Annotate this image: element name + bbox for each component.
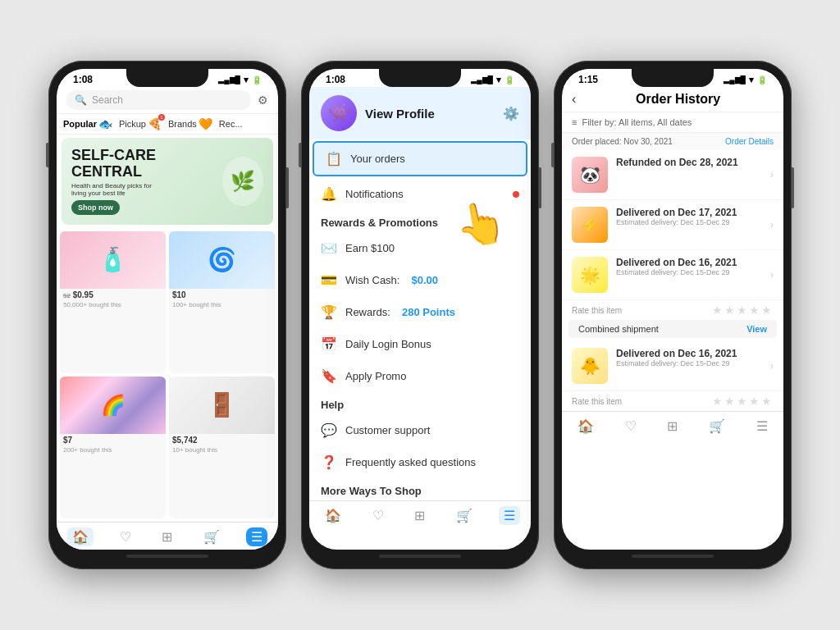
- phone-1: 1:08 ▂▄▆█ ▾ 🔋 🔍 Search ⚙ Popular: [48, 61, 286, 569]
- nav-grid-2[interactable]: ⊞: [409, 506, 430, 525]
- daily-login-label: Daily Login Bonus: [345, 338, 431, 350]
- wishcash-item[interactable]: 💳 Wish Cash: $0.00: [309, 264, 531, 296]
- customer-support-label: Customer support: [345, 424, 430, 436]
- filter-bar[interactable]: ≡ Filter by: All items, All dates: [562, 112, 783, 133]
- more-ways-title: More Ways To Shop: [309, 478, 531, 500]
- nav-menu-2[interactable]: ☰: [499, 506, 520, 525]
- battery-icon-3: 🔋: [757, 75, 767, 84]
- battery-icon-1: 🔋: [252, 75, 262, 84]
- home-icon-3: 🏠: [578, 418, 594, 434]
- chevron-1: ›: [770, 169, 774, 180]
- nav-cart-2[interactable]: 🛒: [451, 506, 477, 525]
- cat-rec[interactable]: Rec...: [219, 119, 243, 129]
- order-history-header: ‹ Order History: [562, 87, 783, 112]
- cat-popular[interactable]: Popular 🐟: [63, 117, 112, 130]
- time-1: 1:08: [73, 74, 93, 85]
- orders-icon: 📋: [326, 151, 342, 167]
- order-details-link[interactable]: Order Details: [725, 137, 774, 146]
- product-1[interactable]: 🧴 $2 $0.95 50,000+ bought this: [60, 231, 166, 373]
- earn-item[interactable]: ✉️ Earn $100: [309, 232, 531, 264]
- filter-icon-3: ≡: [572, 117, 577, 127]
- order-est-3: Estimated delivery: Dec 15-Dec 29: [616, 268, 762, 276]
- nav-home-1[interactable]: 🏠: [67, 527, 94, 546]
- order-placed-text: Order placed: Nov 30, 2021: [572, 137, 673, 146]
- nav-menu-3[interactable]: ☰: [751, 417, 773, 436]
- help-title: Help: [309, 392, 531, 414]
- cart-icon-1: 🛒: [203, 529, 220, 545]
- order-item-4[interactable]: 🐥 Delivered on Dec 16, 2021 Estimated de…: [562, 341, 783, 391]
- orders-label: Your orders: [350, 153, 405, 165]
- profile-name: View Profile: [365, 107, 435, 121]
- menu-icon-2: ☰: [504, 508, 515, 523]
- search-nav: 🔍 Search ⚙: [57, 87, 278, 114]
- mail-icon: ✉️: [321, 240, 337, 256]
- cat-brands[interactable]: Brands 🧡: [168, 117, 212, 130]
- profile-header[interactable]: 👾 View Profile ⚙️: [309, 87, 531, 139]
- notifications-item[interactable]: 🔔 Notifications: [309, 178, 531, 210]
- nav-heart-3[interactable]: ♡: [620, 417, 641, 436]
- phone-2-screen: 1:08 ▂▄▆█ ▾ 🔋 👾 View Profile ⚙️ 📋: [309, 69, 531, 550]
- filter-text: Filter by: All items, All dates: [582, 117, 692, 127]
- avatar-emoji: 👾: [328, 103, 350, 124]
- wifi-icon-2: ▾: [496, 75, 501, 85]
- rate-label-1: Rate this item: [572, 306, 622, 315]
- search-bar[interactable]: 🔍 Search: [66, 90, 251, 110]
- order-date-bar: Order placed: Nov 30, 2021 Order Details: [562, 133, 783, 150]
- bottom-nav-3: 🏠 ♡ ⊞ 🛒 ☰: [562, 411, 783, 439]
- time-3: 1:15: [578, 74, 598, 85]
- stars-2[interactable]: ★★★★★: [712, 395, 774, 408]
- heart-icon-2: ♡: [372, 508, 384, 523]
- product-4-price: $5,742: [169, 434, 275, 446]
- nav-wishlist-1[interactable]: ♡: [115, 527, 136, 546]
- product-2[interactable]: 🌀 $10 100+ bought this: [169, 231, 275, 373]
- status-icons-3: ▂▄▆█ ▾ 🔋: [724, 75, 767, 85]
- stars-1[interactable]: ★★★★★: [712, 304, 774, 317]
- back-arrow[interactable]: ‹: [572, 92, 576, 107]
- nav-heart-2[interactable]: ♡: [368, 506, 389, 525]
- cat-pickup[interactable]: Pickup 1🍕: [119, 117, 162, 130]
- cashcard-icon: 💳: [321, 272, 337, 288]
- grid-icon-1: ⊞: [162, 529, 172, 545]
- order-status-3: Delivered on Dec 16, 2021: [616, 257, 762, 268]
- faq-item[interactable]: ❓ Frequently asked questions: [309, 446, 531, 478]
- order-thumb-1: 🐼: [572, 157, 608, 193]
- customer-support-item[interactable]: 💬 Customer support: [309, 414, 531, 446]
- phone-3: 1:15 ▂▄▆█ ▾ 🔋 ‹ Order History ≡ Filter b…: [554, 61, 792, 569]
- product-2-buyers: 100+ bought this: [169, 301, 275, 310]
- order-item-1[interactable]: 🐼 Refunded on Dec 28, 2021 ›: [562, 150, 783, 200]
- menu-icon-1: ☰: [251, 529, 262, 545]
- order-thumb-4: 🐥: [572, 348, 608, 384]
- nav-cart-3[interactable]: 🛒: [704, 417, 730, 436]
- product-1-image: 🧴: [60, 231, 166, 289]
- product-1-price: $2 $0.95: [60, 289, 166, 301]
- product-4[interactable]: 🚪 $5,742 10+ bought this: [169, 377, 275, 518]
- settings-icon[interactable]: ⚙️: [503, 106, 519, 121]
- nav-cart-1[interactable]: 🛒: [199, 527, 225, 546]
- order-item-2[interactable]: ⚡ Delivered on Dec 17, 2021 Estimated de…: [562, 200, 783, 250]
- apply-promo-item[interactable]: 🔖 Apply Promo: [309, 360, 531, 392]
- product-4-buyers: 10+ bought this: [169, 446, 275, 455]
- nav-grid-3[interactable]: ⊞: [662, 417, 682, 436]
- order-item-3[interactable]: 🌟 Delivered on Dec 16, 2021 Estimated de…: [562, 250, 783, 300]
- wishcash-value: $0.00: [411, 274, 438, 286]
- chevron-3: ›: [770, 269, 774, 281]
- daily-login-item[interactable]: 📅 Daily Login Bonus: [309, 328, 531, 360]
- product-3[interactable]: 🌈 $7 200+ bought this: [60, 377, 166, 518]
- filter-icon[interactable]: ⚙: [258, 94, 268, 107]
- product-4-image: 🚪: [169, 377, 275, 434]
- your-orders-item[interactable]: 📋 Your orders: [313, 141, 527, 176]
- nav-menu-1[interactable]: ☰: [246, 527, 267, 546]
- product-3-price: $7: [60, 434, 166, 446]
- nav-home-2[interactable]: 🏠: [320, 506, 346, 525]
- order-info-3: Delivered on Dec 16, 2021 Estimated deli…: [616, 257, 762, 276]
- shop-now-button[interactable]: Shop now: [71, 200, 120, 215]
- nav-browse-1[interactable]: ⊞: [157, 527, 177, 546]
- nav-home-3[interactable]: 🏠: [573, 417, 599, 436]
- help-section: 💬 Customer support ❓ Frequently asked qu…: [309, 414, 531, 478]
- order-info-4: Delivered on Dec 16, 2021 Estimated deli…: [616, 348, 762, 368]
- combined-view-link[interactable]: View: [746, 324, 767, 334]
- notch-1: [126, 69, 208, 87]
- status-icons-1: ▂▄▆█ ▾ 🔋: [218, 75, 262, 85]
- rewards-item[interactable]: 🏆 Rewards: 280 Points: [309, 296, 531, 328]
- order-est-2: Estimated delivery: Dec 15-Dec 29: [616, 218, 762, 226]
